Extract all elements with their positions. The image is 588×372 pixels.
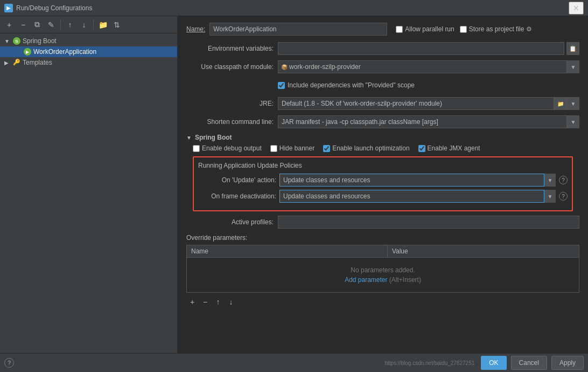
enable-jmx-checkbox[interactable] (418, 145, 425, 152)
params-value-header: Value (387, 245, 579, 258)
include-deps-text: Include dependencies with "Provided" sco… (288, 81, 415, 89)
include-deps-label[interactable]: Include dependencies with "Provided" sco… (278, 81, 415, 89)
enable-debug-text: Enable debug output (202, 144, 262, 152)
bottom-bar: ? https://blog.csdn.net/baidu_27627251 O… (0, 353, 588, 372)
override-params-label: Override parameters: (186, 234, 579, 242)
jre-label: JRE: (186, 100, 278, 107)
global-help-button[interactable]: ? (4, 358, 14, 368)
name-input[interactable] (209, 23, 387, 36)
move-down-button[interactable]: ↓ (78, 19, 90, 31)
classpath-select-wrapper: 📦 work-order-szilp-provider ▼ (278, 60, 579, 73)
apply-button[interactable]: Apply (551, 356, 584, 370)
jre-select-wrapper: Default (1.8 - SDK of 'work-order-szilp-… (278, 97, 579, 110)
add-param-hint: (Alt+Insert) (389, 276, 421, 284)
update-policies-title: Running Application Update Policies (198, 162, 568, 169)
content-panel: Name: Allow parallel run Store as projec… (178, 16, 588, 353)
store-gear-icon: ⚙ (526, 25, 532, 33)
allow-parallel-run-text: Allow parallel run (405, 25, 454, 33)
store-as-project-file-label[interactable]: Store as project file ⚙ (460, 25, 533, 33)
app-config-icon: ▶ (24, 48, 31, 56)
hide-banner-checkbox[interactable] (270, 145, 277, 152)
edit-config-button[interactable]: ✎ (45, 19, 57, 31)
toolbar-separator-2 (93, 20, 94, 30)
enable-jmx-text: Enable JMX agent (428, 144, 480, 152)
jre-row: JRE: Default (1.8 - SDK of 'work-order-s… (186, 97, 579, 110)
params-empty-row: No parameters added. Add parameter (Alt+… (187, 258, 579, 293)
store-as-project-file-checkbox[interactable] (460, 26, 467, 33)
spring-boot-section-header: ▼ Spring Boot (186, 134, 579, 141)
tree-arrow-templates: ▶ (4, 60, 11, 66)
store-as-project-file-text: Store as project file (469, 25, 524, 33)
allow-parallel-run-label[interactable]: Allow parallel run (396, 25, 454, 33)
shorten-cmd-label: Shorten command line: (186, 118, 278, 126)
on-update-action-select[interactable]: Update classes and resources Do nothing … (279, 174, 556, 187)
jre-dropdown-button[interactable]: ▼ (566, 97, 579, 110)
sidebar-item-templates[interactable]: ▶ 🔑 Templates (0, 57, 177, 68)
jre-browse-button[interactable]: 📁 (554, 97, 566, 110)
on-frame-deactivation-help-icon[interactable]: ? (559, 192, 568, 201)
sidebar-item-work-order-application[interactable]: ▶ ▶ WorkOrderApplication (0, 46, 177, 57)
spring-boot-section-title: Spring Boot (195, 134, 232, 141)
app-icon: ▶ (4, 4, 13, 12)
tree-container: ▼ S Spring Boot ▶ ▶ WorkOrderApplication… (0, 33, 177, 70)
env-vars-browse-button[interactable]: 📋 (566, 42, 579, 55)
env-vars-input[interactable] (278, 42, 564, 55)
on-frame-deactivation-row: On frame deactivation: Update classes an… (198, 190, 568, 203)
add-param-link[interactable]: Add parameter (345, 276, 387, 284)
update-policies-section: Running Application Update Policies On '… (193, 156, 573, 211)
env-vars-input-group: 📋 (278, 42, 579, 55)
on-frame-deactivation-label: On frame deactivation: (198, 192, 276, 200)
enable-launch-opt-checkbox[interactable] (323, 145, 330, 152)
shorten-cmd-select[interactable]: JAR manifest - java -cp classpath.jar cl… (278, 115, 579, 128)
sidebar-item-spring-boot[interactable]: ▼ S Spring Boot (0, 36, 177, 46)
params-remove-button[interactable]: − (199, 296, 211, 308)
on-update-action-select-wrapper: Update classes and resources Do nothing … (279, 174, 556, 187)
move-up-button[interactable]: ↑ (64, 19, 76, 31)
enable-launch-opt-text: Enable launch optimization (332, 144, 409, 152)
sidebar-item-label-templates: Templates (23, 59, 52, 66)
active-profiles-row: Active profiles: (186, 216, 579, 229)
enable-debug-label[interactable]: Enable debug output (193, 144, 262, 152)
name-row: Name: Allow parallel run Store as projec… (186, 23, 579, 36)
params-name-header: Name (187, 245, 388, 258)
classpath-label: Use classpath of module: (186, 63, 278, 71)
sort-button[interactable]: ⇅ (111, 19, 123, 31)
enable-jmx-label[interactable]: Enable JMX agent (418, 144, 480, 152)
name-options: Allow parallel run Store as project file… (396, 25, 532, 33)
override-params-section: Override parameters: Name Value No param… (186, 234, 579, 308)
close-button[interactable]: ✕ (569, 2, 584, 15)
templates-icon: 🔑 (13, 59, 20, 66)
enable-launch-opt-label[interactable]: Enable launch optimization (323, 144, 409, 152)
params-empty-text: No parameters added. (187, 266, 579, 274)
add-config-button[interactable]: + (3, 19, 15, 31)
shorten-cmd-select-wrapper: JAR manifest - java -cp classpath.jar cl… (278, 115, 579, 128)
params-add-button[interactable]: + (186, 296, 198, 308)
cancel-button[interactable]: Cancel (511, 356, 547, 370)
params-move-up-button[interactable]: ↑ (212, 296, 224, 308)
hide-banner-label[interactable]: Hide banner (270, 144, 314, 152)
spring-boot-options-row: Enable debug output Hide banner Enable l… (186, 144, 579, 152)
on-frame-deactivation-select[interactable]: Update classes and resources Do nothing … (279, 190, 556, 203)
include-deps-row: Include dependencies with "Provided" sco… (186, 79, 579, 92)
enable-debug-checkbox[interactable] (193, 145, 200, 152)
remove-config-button[interactable]: − (17, 19, 29, 31)
ok-button[interactable]: OK (481, 356, 506, 370)
classpath-select[interactable]: work-order-szilp-provider (278, 60, 579, 73)
hide-banner-text: Hide banner (279, 144, 314, 152)
include-deps-checkbox[interactable] (278, 82, 285, 89)
url-bar: https://blog.csdn.net/baidu_27627251 (384, 360, 477, 366)
active-profiles-input[interactable] (278, 216, 579, 229)
params-move-down-button[interactable]: ↓ (225, 296, 237, 308)
spring-boot-collapse-arrow[interactable]: ▼ (186, 135, 192, 141)
spring-boot-icon: S (13, 37, 20, 45)
title-bar-left: ▶ Run/Debug Configurations (4, 4, 92, 12)
folder-button[interactable]: 📁 (97, 19, 109, 31)
allow-parallel-run-checkbox[interactable] (396, 26, 403, 33)
title-bar: ▶ Run/Debug Configurations ✕ (0, 0, 588, 16)
env-vars-label: Environment variables: (186, 45, 278, 52)
on-update-action-help-icon[interactable]: ? (559, 176, 568, 184)
active-profiles-label: Active profiles: (186, 218, 278, 226)
jre-select[interactable]: Default (1.8 - SDK of 'work-order-szilp-… (278, 97, 579, 110)
on-update-action-label: On 'Update' action: (198, 176, 276, 184)
copy-config-button[interactable]: ⧉ (31, 19, 43, 31)
